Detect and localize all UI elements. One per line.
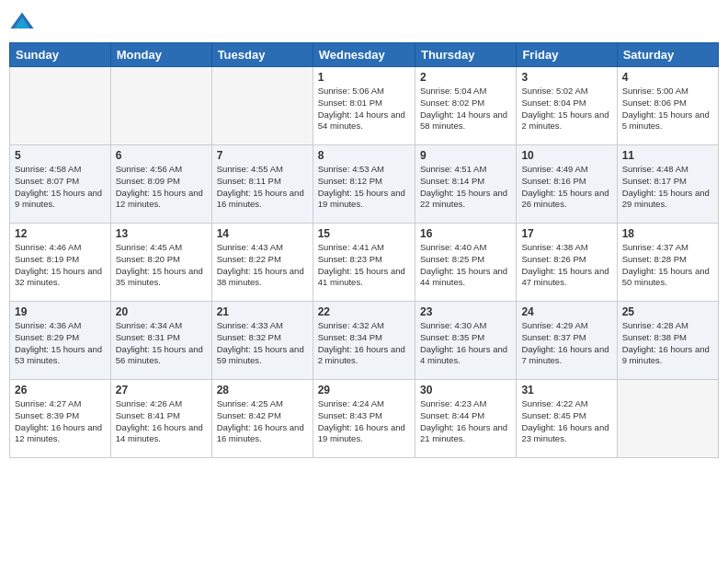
day-info: Sunrise: 4:53 AM Sunset: 8:12 PM Dayligh… xyxy=(318,164,410,211)
calendar-cell: 21Sunrise: 4:33 AM Sunset: 8:32 PM Dayli… xyxy=(211,302,313,380)
day-info: Sunrise: 4:38 AM Sunset: 8:26 PM Dayligh… xyxy=(521,242,611,289)
day-info: Sunrise: 4:37 AM Sunset: 8:28 PM Dayligh… xyxy=(622,242,713,289)
calendar-cell: 18Sunrise: 4:37 AM Sunset: 8:28 PM Dayli… xyxy=(617,224,718,302)
calendar-cell: 9Sunrise: 4:51 AM Sunset: 8:14 PM Daylig… xyxy=(415,145,516,224)
day-info: Sunrise: 4:28 AM Sunset: 8:38 PM Dayligh… xyxy=(622,320,713,367)
day-info: Sunrise: 4:27 AM Sunset: 8:39 PM Dayligh… xyxy=(15,398,106,445)
day-info: Sunrise: 4:45 AM Sunset: 8:20 PM Dayligh… xyxy=(116,242,207,289)
day-info: Sunrise: 4:32 AM Sunset: 8:34 PM Dayligh… xyxy=(318,320,410,367)
calendar-cell: 17Sunrise: 4:38 AM Sunset: 8:26 PM Dayli… xyxy=(517,224,617,302)
calendar-cell: 5Sunrise: 4:58 AM Sunset: 8:07 PM Daylig… xyxy=(10,145,111,224)
calendar-cell: 23Sunrise: 4:30 AM Sunset: 8:35 PM Dayli… xyxy=(415,302,516,380)
day-number: 29 xyxy=(318,384,410,396)
calendar-cell: 19Sunrise: 4:36 AM Sunset: 8:29 PM Dayli… xyxy=(10,302,111,380)
weekday-header-thursday: Thursday xyxy=(415,43,516,67)
calendar-cell: 7Sunrise: 4:55 AM Sunset: 8:11 PM Daylig… xyxy=(211,145,313,224)
day-number: 16 xyxy=(420,227,511,240)
calendar-cell xyxy=(617,380,718,458)
day-number: 12 xyxy=(15,227,106,240)
day-number: 3 xyxy=(521,71,611,84)
day-number: 4 xyxy=(622,71,713,84)
calendar-cell: 31Sunrise: 4:22 AM Sunset: 8:45 PM Dayli… xyxy=(517,380,617,458)
day-number: 10 xyxy=(521,149,611,162)
calendar-cell: 14Sunrise: 4:43 AM Sunset: 8:22 PM Dayli… xyxy=(211,224,313,302)
day-info: Sunrise: 4:41 AM Sunset: 8:23 PM Dayligh… xyxy=(318,242,410,289)
calendar-cell: 1Sunrise: 5:06 AM Sunset: 8:01 PM Daylig… xyxy=(313,67,415,145)
day-number: 18 xyxy=(622,227,713,240)
calendar-cell xyxy=(211,67,313,145)
day-number: 7 xyxy=(217,149,308,162)
day-number: 30 xyxy=(420,384,511,396)
calendar-cell: 8Sunrise: 4:53 AM Sunset: 8:12 PM Daylig… xyxy=(313,145,415,224)
day-number: 25 xyxy=(622,305,713,318)
day-number: 6 xyxy=(116,149,207,162)
day-number: 26 xyxy=(15,384,106,396)
day-number: 23 xyxy=(420,305,511,318)
day-info: Sunrise: 4:22 AM Sunset: 8:45 PM Dayligh… xyxy=(521,398,611,445)
day-info: Sunrise: 5:02 AM Sunset: 8:04 PM Dayligh… xyxy=(521,86,611,132)
week-row-0: 1Sunrise: 5:06 AM Sunset: 8:01 PM Daylig… xyxy=(10,67,719,145)
calendar-cell: 15Sunrise: 4:41 AM Sunset: 8:23 PM Dayli… xyxy=(313,224,415,302)
calendar-cell: 11Sunrise: 4:48 AM Sunset: 8:17 PM Dayli… xyxy=(617,145,718,224)
weekday-header-sunday: Sunday xyxy=(10,43,111,67)
calendar-cell: 3Sunrise: 5:02 AM Sunset: 8:04 PM Daylig… xyxy=(517,67,617,145)
day-number: 21 xyxy=(217,305,308,318)
day-number: 15 xyxy=(318,227,410,240)
day-number: 13 xyxy=(116,227,207,240)
weekday-header-row: SundayMondayTuesdayWednesdayThursdayFrid… xyxy=(10,43,719,67)
day-number: 9 xyxy=(420,149,511,162)
day-number: 22 xyxy=(318,305,410,318)
day-info: Sunrise: 4:51 AM Sunset: 8:14 PM Dayligh… xyxy=(420,164,511,211)
logo-icon xyxy=(9,9,35,35)
day-info: Sunrise: 4:48 AM Sunset: 8:17 PM Dayligh… xyxy=(622,164,713,211)
calendar-cell xyxy=(10,67,111,145)
day-number: 24 xyxy=(521,305,611,318)
calendar-cell: 22Sunrise: 4:32 AM Sunset: 8:34 PM Dayli… xyxy=(313,302,415,380)
calendar-cell: 2Sunrise: 5:04 AM Sunset: 8:02 PM Daylig… xyxy=(415,67,516,145)
day-number: 1 xyxy=(318,71,410,84)
day-info: Sunrise: 4:49 AM Sunset: 8:16 PM Dayligh… xyxy=(521,164,611,211)
calendar-cell: 16Sunrise: 4:40 AM Sunset: 8:25 PM Dayli… xyxy=(415,224,516,302)
week-row-2: 12Sunrise: 4:46 AM Sunset: 8:19 PM Dayli… xyxy=(10,224,719,302)
weekday-header-wednesday: Wednesday xyxy=(313,43,415,67)
calendar-cell xyxy=(110,67,211,145)
day-number: 27 xyxy=(116,384,207,396)
calendar-cell: 25Sunrise: 4:28 AM Sunset: 8:38 PM Dayli… xyxy=(617,302,718,380)
page: SundayMondayTuesdayWednesdayThursdayFrid… xyxy=(0,0,728,563)
day-number: 19 xyxy=(15,305,106,318)
logo xyxy=(9,9,39,35)
calendar-cell: 12Sunrise: 4:46 AM Sunset: 8:19 PM Dayli… xyxy=(10,224,111,302)
day-info: Sunrise: 5:04 AM Sunset: 8:02 PM Dayligh… xyxy=(420,86,511,132)
calendar-cell: 6Sunrise: 4:56 AM Sunset: 8:09 PM Daylig… xyxy=(110,145,211,224)
day-info: Sunrise: 4:24 AM Sunset: 8:43 PM Dayligh… xyxy=(318,398,410,445)
calendar-cell: 24Sunrise: 4:29 AM Sunset: 8:37 PM Dayli… xyxy=(517,302,617,380)
day-number: 5 xyxy=(15,149,106,162)
calendar-cell: 10Sunrise: 4:49 AM Sunset: 8:16 PM Dayli… xyxy=(517,145,617,224)
day-info: Sunrise: 4:23 AM Sunset: 8:44 PM Dayligh… xyxy=(420,398,511,445)
day-number: 28 xyxy=(217,384,308,396)
day-info: Sunrise: 4:40 AM Sunset: 8:25 PM Dayligh… xyxy=(420,242,511,289)
weekday-header-monday: Monday xyxy=(110,43,211,67)
day-info: Sunrise: 4:46 AM Sunset: 8:19 PM Dayligh… xyxy=(15,242,106,289)
week-row-1: 5Sunrise: 4:58 AM Sunset: 8:07 PM Daylig… xyxy=(10,145,719,224)
day-info: Sunrise: 4:55 AM Sunset: 8:11 PM Dayligh… xyxy=(217,164,308,211)
calendar: SundayMondayTuesdayWednesdayThursdayFrid… xyxy=(9,42,719,458)
day-number: 20 xyxy=(116,305,207,318)
day-info: Sunrise: 5:06 AM Sunset: 8:01 PM Dayligh… xyxy=(318,86,410,132)
day-number: 2 xyxy=(420,71,511,84)
week-row-4: 26Sunrise: 4:27 AM Sunset: 8:39 PM Dayli… xyxy=(10,380,719,458)
day-info: Sunrise: 4:25 AM Sunset: 8:42 PM Dayligh… xyxy=(217,398,308,445)
day-number: 11 xyxy=(622,149,713,162)
week-row-3: 19Sunrise: 4:36 AM Sunset: 8:29 PM Dayli… xyxy=(10,302,719,380)
day-info: Sunrise: 4:29 AM Sunset: 8:37 PM Dayligh… xyxy=(521,320,611,367)
weekday-header-friday: Friday xyxy=(517,43,617,67)
calendar-cell: 29Sunrise: 4:24 AM Sunset: 8:43 PM Dayli… xyxy=(313,380,415,458)
calendar-cell: 30Sunrise: 4:23 AM Sunset: 8:44 PM Dayli… xyxy=(415,380,516,458)
calendar-cell: 13Sunrise: 4:45 AM Sunset: 8:20 PM Dayli… xyxy=(110,224,211,302)
header xyxy=(9,9,719,35)
day-info: Sunrise: 4:43 AM Sunset: 8:22 PM Dayligh… xyxy=(217,242,308,289)
day-info: Sunrise: 4:34 AM Sunset: 8:31 PM Dayligh… xyxy=(116,320,207,367)
day-info: Sunrise: 4:33 AM Sunset: 8:32 PM Dayligh… xyxy=(217,320,308,367)
calendar-cell: 28Sunrise: 4:25 AM Sunset: 8:42 PM Dayli… xyxy=(211,380,313,458)
day-info: Sunrise: 4:30 AM Sunset: 8:35 PM Dayligh… xyxy=(420,320,511,367)
